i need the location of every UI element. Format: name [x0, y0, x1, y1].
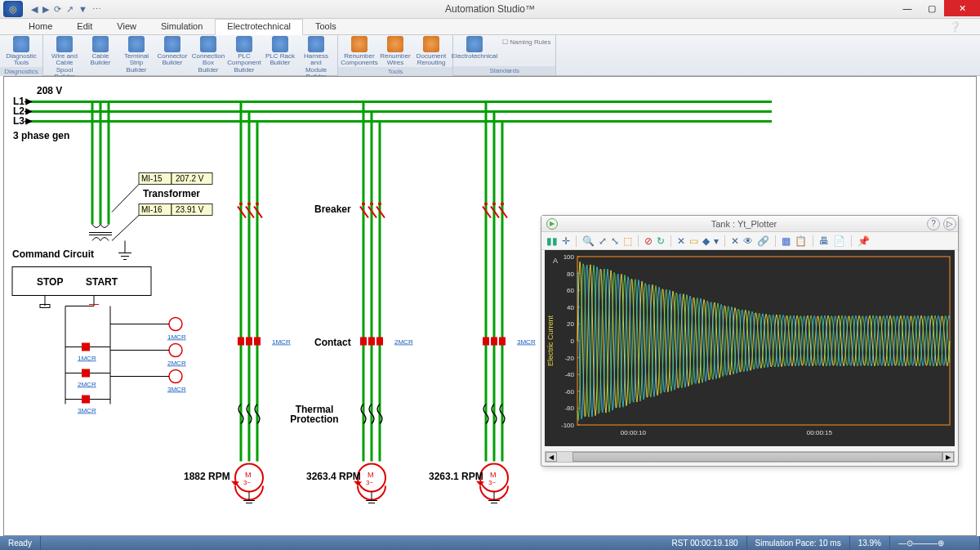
ribbon-btn-document[interactable]: DocumentRerouting	[415, 36, 448, 67]
plotter-run-icon[interactable]: ▶	[546, 218, 558, 230]
plotter-scrollbar[interactable]: ◀ ▶	[545, 451, 955, 463]
svg-text:3 phase gen: 3 phase gen	[13, 130, 69, 141]
svg-text:STOP: STOP	[37, 276, 63, 288]
plotter-plot-area[interactable]: 100806040200-20-40-60-80-100AElectric Cu…	[545, 250, 955, 446]
ribbon-btn-electrotechnical[interactable]: Electrotechnical	[458, 36, 491, 60]
plotter-window[interactable]: ▶ Tank : Yt_Plotter ? ▷ ▮▮ ✛ 🔍 ⤢ ⤡ ⬚ ⊘ ↻…	[541, 215, 959, 467]
window-controls: — ▢ ✕	[895, 0, 980, 16]
tab-edit[interactable]: Edit	[65, 19, 105, 34]
ribbon-btn-plc-component[interactable]: PLC ComponentBuilder	[228, 36, 261, 81]
svg-rect-34	[12, 267, 151, 296]
plotter-toolbar: ▮▮ ✛ 🔍 ⤢ ⤡ ⬚ ⊘ ↻ ✕ ▭ ◆ ▾ ✕ 👁 🔗 ▦ 📋 🖶 📄 📌	[541, 232, 958, 250]
svg-point-112	[501, 203, 504, 206]
svg-text:Breaker: Breaker	[314, 203, 351, 215]
minimize-button[interactable]: —	[895, 0, 920, 16]
svg-text:Protection: Protection	[290, 414, 338, 425]
ribbon-btn-diagnostic[interactable]: DiagnosticTools	[5, 36, 38, 67]
tab-tools[interactable]: Tools	[303, 19, 349, 34]
qat-btn-4[interactable]: ▼	[78, 4, 87, 15]
svg-text:40: 40	[567, 304, 574, 311]
qat-btn-0[interactable]: ◀	[31, 4, 38, 15]
export-icon[interactable]: 📄	[833, 235, 845, 247]
lock-icon[interactable]: 🔗	[757, 235, 769, 247]
ribbon-btn-connection[interactable]: ConnectionBox Builder	[192, 36, 225, 81]
reset-icon[interactable]: ⊘	[644, 235, 653, 247]
svg-point-89	[370, 203, 373, 206]
svg-marker-4	[26, 100, 31, 105]
view-icon[interactable]: 👁	[743, 235, 753, 247]
ribbon-icon	[164, 36, 180, 52]
print-icon[interactable]: 🖶	[819, 235, 829, 247]
svg-text:2MCR: 2MCR	[167, 360, 186, 367]
naming-rules-checkbox[interactable]: ☐ Naming Rules	[502, 38, 550, 46]
series-icon[interactable]: ◆	[702, 235, 710, 247]
ribbon-btn-harness-and[interactable]: Harness andModule Builder	[300, 36, 332, 81]
tab-view[interactable]: View	[105, 19, 149, 34]
close-button[interactable]: ✕	[944, 0, 980, 16]
svg-text:-100: -100	[561, 422, 575, 429]
ribbon-btn-terminal[interactable]: TerminalStrip Builder	[120, 36, 153, 81]
qat-btn-5[interactable]: ⋯	[92, 4, 101, 15]
zoom-fit-icon[interactable]: ⤡	[611, 235, 619, 247]
help-icon[interactable]: ❔	[937, 19, 973, 34]
status-bar: Ready RST 00:00:19.180 Simulation Pace: …	[0, 536, 980, 550]
ribbon-btn-renumber[interactable]: RenumberWires	[379, 36, 412, 67]
svg-point-87	[362, 203, 365, 206]
svg-rect-45	[82, 369, 90, 378]
refresh-icon[interactable]: ↻	[657, 235, 665, 247]
plotter-next-icon[interactable]: ▷	[943, 217, 956, 230]
ribbon-icon	[236, 36, 252, 52]
zoom-x-icon[interactable]: ⤢	[599, 235, 607, 247]
svg-text:20: 20	[567, 320, 574, 328]
cursor-icon[interactable]: ✛	[562, 235, 570, 247]
new-icon[interactable]: ▭	[689, 235, 698, 247]
svg-rect-73	[254, 338, 261, 346]
svg-text:-80: -80	[564, 405, 574, 412]
svg-point-110	[492, 203, 496, 206]
ribbon-btn-renumber[interactable]: RenumberComponents	[343, 36, 376, 67]
status-ready: Ready	[0, 536, 41, 550]
ribbon-btn-cable[interactable]: CableBuilder	[84, 36, 117, 81]
quick-access-toolbar: ◀▶⟳↗▼⋯	[31, 4, 101, 15]
delete-icon[interactable]: ✕	[677, 235, 685, 247]
svg-text:L3: L3	[13, 115, 24, 127]
ribbon-group-caption: Tools	[338, 67, 452, 76]
svg-rect-93	[368, 338, 375, 346]
zoom-sel-icon[interactable]: ⬚	[623, 235, 632, 247]
svg-text:3~: 3~	[243, 479, 251, 486]
status-pct: 13.9%	[850, 536, 890, 550]
zoom-icon[interactable]: 🔍	[582, 235, 595, 247]
dropdown-icon[interactable]: ▾	[714, 235, 719, 247]
scroll-left-icon[interactable]: ◀	[546, 452, 557, 462]
ribbon-btn-connector[interactable]: ConnectorBuilder	[156, 36, 189, 81]
zoom-slider[interactable]: —⊙———⊕	[890, 536, 980, 550]
qat-btn-2[interactable]: ⟳	[54, 4, 61, 15]
status-pace: Simulation Pace: 10 ms	[747, 536, 850, 550]
svg-text:Command Circuit: Command Circuit	[12, 248, 94, 260]
tab-home[interactable]: Home	[16, 19, 65, 34]
svg-text:MI-16: MI-16	[141, 205, 163, 214]
maximize-button[interactable]: ▢	[920, 0, 944, 16]
del2-icon[interactable]: ✕	[731, 235, 739, 247]
svg-rect-92	[360, 338, 367, 346]
grid-icon[interactable]: ▦	[782, 235, 791, 247]
qat-btn-1[interactable]: ▶	[42, 4, 49, 15]
svg-rect-113	[483, 338, 489, 346]
copy-icon[interactable]: 📋	[795, 235, 807, 247]
ribbon-btn-plc-rack[interactable]: PLC RackBuilder	[264, 36, 296, 81]
svg-text:-40: -40	[564, 371, 574, 378]
plotter-help-icon[interactable]: ?	[927, 217, 940, 230]
svg-text:00:00:10: 00:00:10	[621, 429, 647, 436]
svg-rect-72	[246, 338, 252, 346]
tab-simulation[interactable]: Simulation	[149, 19, 215, 34]
plotter-titlebar[interactable]: ▶ Tank : Yt_Plotter ? ▷	[541, 216, 958, 232]
pin-icon[interactable]: 📌	[858, 235, 870, 247]
tab-electrotechnical[interactable]: Electrotechnical	[215, 19, 303, 35]
svg-text:3~: 3~	[366, 479, 373, 486]
app-logo[interactable]: ◎	[3, 1, 23, 17]
qat-btn-3[interactable]: ↗	[66, 4, 74, 15]
scroll-thumb[interactable]	[572, 452, 942, 462]
scroll-right-icon[interactable]: ▶	[942, 452, 954, 462]
ribbon-btn-wire-and-cable[interactable]: Wire and CableSpool Builder	[48, 36, 81, 81]
pause-icon[interactable]: ▮▮	[546, 235, 558, 247]
